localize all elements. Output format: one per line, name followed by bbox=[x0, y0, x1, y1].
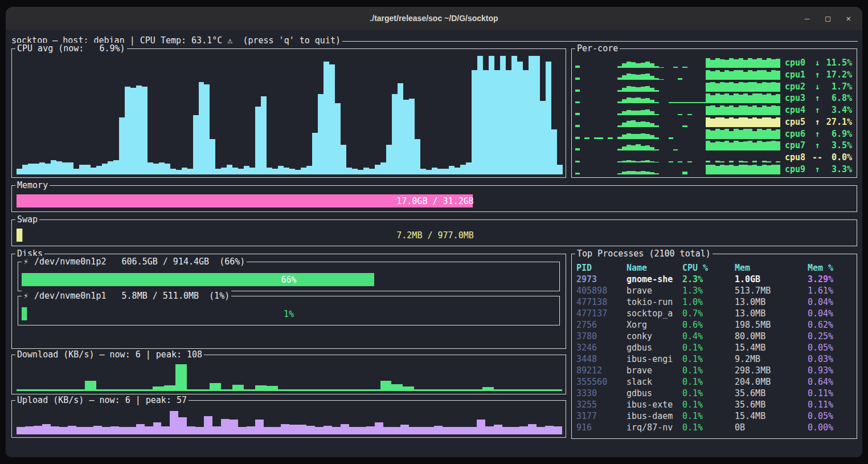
disk-nvme0n1p2-title: ⚡/dev/nvme0n1p2 606.5GB / 914.4GB (66%) bbox=[22, 256, 247, 267]
process-row: 477137socktop_a0.7%13.0MB0.04% bbox=[576, 308, 854, 319]
process-cell: 0.93% bbox=[808, 365, 854, 376]
memory-gauge-label-filled: 17.0GB / 31.2GB bbox=[396, 196, 473, 206]
process-row: 3780conky0.4%80.0MB0.25% bbox=[576, 331, 854, 342]
close-button[interactable]: ✕ bbox=[846, 14, 851, 23]
core-label: cpu4↑3.4% bbox=[780, 105, 852, 115]
process-cell: 0.00% bbox=[808, 422, 854, 433]
process-cell: gdbus bbox=[627, 342, 682, 353]
column-header: Name bbox=[627, 262, 682, 274]
core-percent: 27.1% bbox=[825, 117, 852, 127]
process-cell: 3255 bbox=[576, 399, 627, 410]
core-percent: 11.5% bbox=[825, 58, 852, 68]
process-cell: 0.1% bbox=[682, 410, 735, 422]
process-table: PIDNameCPU %MemMem %2973gnome-she2.3%1.0… bbox=[576, 262, 854, 436]
process-cell: 0.6% bbox=[682, 319, 735, 331]
core-name: cpu7 bbox=[785, 140, 810, 150]
process-cell: 3177 bbox=[576, 410, 627, 422]
process-cell: 0.1% bbox=[682, 376, 735, 388]
core-percent: 0.0% bbox=[825, 152, 852, 162]
disk-nvme0n1p1-gauge-label: 1% bbox=[284, 309, 294, 319]
core-name: cpu4 bbox=[785, 105, 810, 115]
core-label: cpu8--0.0% bbox=[780, 152, 852, 162]
core-row-cpu6: cpu6↑6.9% bbox=[575, 128, 852, 140]
download-panel-title: Download (KB/s) — now: 6 | peak: 108 bbox=[15, 349, 204, 360]
core-trend-icon: -- bbox=[810, 152, 825, 162]
core-sparkline bbox=[575, 58, 780, 68]
column-header: Mem % bbox=[808, 262, 854, 274]
disk-nvme0n1p2-gauge-label-filled: 66% bbox=[281, 275, 296, 285]
process-cell: ibus-exte bbox=[627, 399, 682, 410]
process-cell: 0.1% bbox=[682, 353, 735, 365]
process-cell: 0.04% bbox=[808, 308, 854, 319]
core-label: cpu2↓1.7% bbox=[780, 82, 852, 92]
process-cell: 3448 bbox=[576, 353, 627, 365]
core-row-cpu2: cpu2↓1.7% bbox=[575, 80, 852, 92]
terminal-window: ./target/release/soc ~/D/G/socktop – □ ✕… bbox=[6, 7, 862, 457]
column-header: PID bbox=[576, 262, 627, 274]
process-row: 2756Xorg0.6%198.5MB0.62% bbox=[576, 319, 854, 331]
core-name: cpu6 bbox=[785, 129, 810, 139]
core-name: cpu0 bbox=[785, 58, 810, 68]
disk-nvme0n1p1-label: /dev/nvme0n1p1 5.8MB / 511.0MB (1%) bbox=[34, 291, 230, 301]
core-trend-icon: ↑ bbox=[810, 70, 825, 80]
process-cell: 1.61% bbox=[808, 285, 854, 296]
core-trend-icon: ↓ bbox=[810, 82, 825, 92]
disk-nvme0n1p2-gauge: 66% 66% bbox=[22, 273, 556, 286]
download-chart bbox=[17, 364, 562, 391]
terminal-content[interactable]: socktop — host: debian | CPU Temp: 63.1°… bbox=[10, 33, 858, 453]
process-cell: 3.29% bbox=[808, 274, 854, 285]
core-percent: 6.9% bbox=[825, 129, 852, 139]
disk-nvme0n1p1-box: ⚡/dev/nvme0n1p1 5.8MB / 511.0MB (1%) 1% … bbox=[18, 296, 560, 325]
window-title: ./target/release/soc ~/D/G/socktop bbox=[370, 14, 498, 23]
core-row-cpu9: cpu9↑3.3% bbox=[575, 163, 852, 175]
core-row-cpu3: cpu3↑6.8% bbox=[575, 92, 852, 104]
core-name: cpu1 bbox=[785, 70, 810, 80]
column-header: CPU % bbox=[682, 262, 735, 274]
maximize-button[interactable]: □ bbox=[825, 14, 830, 23]
process-cell: brave bbox=[627, 365, 682, 376]
process-cell: 355560 bbox=[576, 376, 627, 388]
process-cell: 80.0MB bbox=[735, 331, 808, 342]
lightning-icon: ⚡ bbox=[23, 291, 28, 301]
process-row: 3448ibus-engi0.1%9.2MB0.03% bbox=[576, 353, 854, 365]
swap-panel-title: Swap bbox=[15, 214, 39, 225]
process-cell: 204.0MB bbox=[735, 376, 808, 388]
process-cell: tokio-run bbox=[627, 296, 682, 308]
disk-nvme0n1p1-gauge: 1% 1% bbox=[22, 307, 556, 320]
window-titlebar[interactable]: ./target/release/soc ~/D/G/socktop – □ ✕ bbox=[6, 7, 862, 30]
core-label: cpu5↑27.1% bbox=[780, 117, 852, 127]
process-cell: 513.7MB bbox=[735, 285, 808, 296]
process-cell: gnome-she bbox=[627, 274, 682, 285]
process-cell: 0.1% bbox=[682, 422, 735, 433]
process-cell: 2756 bbox=[576, 319, 627, 331]
memory-panel: Memory 17.0GB / 31.2GB 17.0GB / 31.2GB bbox=[11, 185, 857, 212]
disk-nvme0n1p2-box: ⚡/dev/nvme0n1p2 606.5GB / 914.4GB (66%) … bbox=[18, 262, 560, 291]
process-cell: 15.4MB bbox=[735, 410, 808, 422]
process-cell: 0.1% bbox=[682, 399, 735, 410]
process-row: 3330gdbus0.1%35.6MB0.11% bbox=[576, 388, 854, 399]
core-label: cpu6↑6.9% bbox=[780, 129, 852, 139]
process-row: 2973gnome-she2.3%1.0GB3.29% bbox=[576, 274, 854, 285]
process-cell: Xorg bbox=[627, 319, 682, 331]
process-cell: 0.1% bbox=[682, 388, 735, 399]
process-cell: 298.3MB bbox=[735, 365, 808, 376]
process-cell: 0.62% bbox=[808, 319, 854, 331]
process-cell: ibus-engi bbox=[627, 353, 682, 365]
upload-panel: Upload (KB/s) — now: 6 | peak: 57 bbox=[11, 400, 566, 438]
core-sparkline bbox=[575, 105, 780, 115]
core-label: cpu1↑17.2% bbox=[780, 70, 852, 80]
cpu-history-chart bbox=[17, 56, 563, 174]
process-cell: brave bbox=[627, 285, 682, 296]
core-label: cpu7↑3.5% bbox=[780, 140, 852, 150]
disks-panel: Disks ⚡/dev/nvme0n1p2 606.5GB / 914.4GB … bbox=[11, 254, 566, 349]
process-cell: 477138 bbox=[576, 296, 627, 308]
core-sparkline bbox=[575, 70, 780, 80]
process-cell: 0.05% bbox=[808, 342, 854, 353]
core-sparkline bbox=[575, 93, 780, 103]
core-trend-icon: ↑ bbox=[810, 105, 825, 115]
process-cell: 35.6MB bbox=[735, 399, 808, 410]
minimize-button[interactable]: – bbox=[805, 14, 809, 23]
core-label: cpu9↑3.3% bbox=[780, 164, 852, 174]
process-row: 355560slack0.1%204.0MB0.64% bbox=[576, 376, 854, 388]
core-sparkline bbox=[575, 152, 780, 162]
